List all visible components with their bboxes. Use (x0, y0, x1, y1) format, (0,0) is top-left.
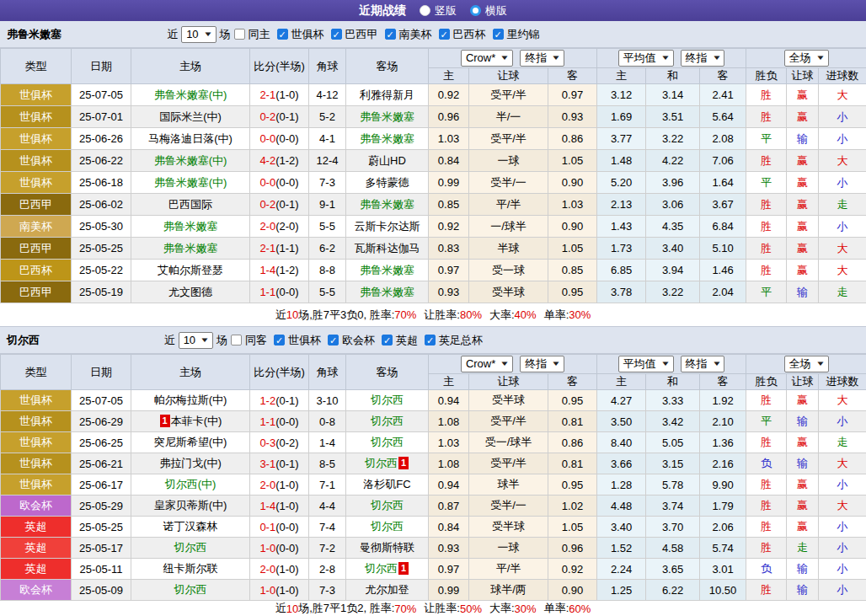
away-odds-cell: 0.81 (548, 411, 597, 432)
final-odds-select[interactable]: 终指▼ (520, 356, 564, 372)
table-row: 世俱杯25-07-01国际米兰(中)0-2(0-1)5-2弗鲁米嫩塞0.96半/… (1, 106, 866, 128)
away-odds-cell: 0.90 (548, 580, 597, 601)
col-header-home: 主场 (131, 49, 250, 84)
league-checkbox-3[interactable] (425, 335, 436, 345)
away-team-cell: 切尔西 (346, 517, 429, 538)
average-select[interactable]: 平均值▼ (618, 356, 674, 372)
avg-draw-cell: 3.22 (646, 281, 700, 303)
layout-radio-horizontal[interactable]: 横版 (470, 3, 507, 19)
avg-draw-cell: 4.58 (646, 538, 700, 559)
league-checkbox-0[interactable] (277, 29, 288, 40)
bookmaker-select[interactable]: Crow*▼ (461, 356, 513, 372)
same-home-checkbox[interactable] (234, 29, 245, 40)
col-header-goals: 进球数 (819, 374, 866, 390)
date-cell: 25-05-25 (72, 238, 131, 260)
avg-away-cell: 1.46 (700, 260, 746, 281)
avg-away-cell: 2.06 (700, 517, 746, 538)
league-type-cell: 世俱杯 (1, 432, 72, 453)
col-header-corner: 角球 (309, 49, 346, 84)
col-header-corner: 角球 (309, 355, 346, 390)
match-count-select[interactable]: 10▼ (181, 26, 216, 43)
handicap-cell: 平/半 (469, 559, 548, 580)
home-odds-cell: 1.03 (429, 128, 469, 150)
team-name: 蔚山HD (368, 154, 406, 167)
section-header-chelsea: 切尔西 近 10▼ 场 同客 世俱杯 欧会杯 英超 英足总杯 (0, 327, 866, 354)
away-team-cell: 曼彻斯特联 (346, 538, 429, 559)
average-select[interactable]: 平均值▼ (618, 50, 674, 67)
final-odds-select[interactable]: 终指▼ (520, 50, 564, 67)
league-checkbox-2[interactable] (385, 29, 396, 40)
bookmaker-select[interactable]: Crow*▼ (461, 50, 513, 67)
winloss-result-cell: 胜 (746, 495, 787, 517)
handicap-result-cell: 赢 (787, 474, 819, 495)
home-odds-cell: 0.99 (429, 580, 469, 601)
home-team-cell: 突尼斯希望(中) (131, 432, 250, 453)
league-checkbox-2[interactable] (382, 335, 393, 345)
corner-cell: 1-4 (309, 432, 346, 453)
home-odds-cell: 0.99 (429, 172, 469, 194)
home-team-cell: 纽卡斯尔联 (131, 559, 250, 580)
table-row: 世俱杯25-07-05帕尔梅拉斯(中)1-2(0-1)3-10切尔西0.94受半… (1, 390, 866, 411)
avg-home-cell: 1.25 (597, 580, 646, 601)
league-label: 巴西甲 (345, 27, 378, 42)
avg-home-cell: 2.24 (597, 559, 646, 580)
handicap-result-cell: 赢 (787, 432, 819, 453)
home-odds-cell: 0.84 (429, 517, 469, 538)
league-type-cell: 英超 (1, 538, 72, 559)
chevron-down-icon: ▼ (815, 357, 826, 371)
winloss-result-cell: 胜 (746, 238, 787, 260)
corner-cell: 8-5 (309, 453, 346, 474)
col-header-avg-away: 客 (700, 68, 746, 84)
league-checkbox-1[interactable] (331, 29, 342, 40)
avg-home-cell: 4.27 (597, 390, 646, 411)
team-name: 纽卡斯尔联 (163, 562, 218, 575)
corner-cell: 7-3 (309, 172, 346, 194)
full-match-select[interactable]: 全场▼ (784, 50, 829, 67)
date-cell: 25-06-22 (72, 150, 131, 172)
chevron-down-icon: ▼ (551, 51, 561, 65)
away-odds-cell: 0.92 (548, 559, 597, 580)
home-team-cell: 皇家贝蒂斯(中) (131, 495, 250, 517)
avg-away-cell: 2.16 (700, 453, 746, 474)
fluminense-results-table: 类型 日期 主场 比分(半场) 角球 客场 Crow*▼ 终指▼ 平均值▼ 终指… (0, 48, 866, 303)
full-match-select[interactable]: 全场▼ (784, 356, 829, 372)
team-name: 瓦斯科达伽马 (355, 242, 420, 254)
home-odds-cell: 0.92 (429, 84, 469, 106)
league-label: 南美杯 (399, 27, 432, 42)
final-odds-select2[interactable]: 终指▼ (681, 356, 725, 372)
col-header-score: 比分(半场) (250, 355, 309, 390)
goals-result-cell: 走 (819, 281, 866, 303)
same-away-checkbox[interactable] (231, 335, 242, 345)
team-name: 弗鲁米嫩塞(中) (154, 154, 227, 167)
avg-draw-cell: 6.22 (646, 580, 700, 601)
match-count-select[interactable]: 10▼ (179, 332, 213, 349)
full-score: 1-0 (259, 542, 275, 554)
away-odds-cell: 0.96 (548, 538, 597, 559)
score-cell: 0-1(0-0) (250, 517, 309, 538)
home-team-cell: 马梅洛迪日落(中) (131, 128, 250, 150)
winloss-result-cell: 胜 (746, 194, 787, 216)
home-odds-cell: 1.08 (429, 411, 469, 432)
table-row: 巴西甲25-06-02巴西国际0-2(0-1)9-1弗鲁米嫩塞0.85平/半1.… (1, 194, 866, 216)
handicap-cell: 受平/半 (469, 84, 548, 106)
handicap-cell: 球半/两 (469, 580, 548, 601)
final-odds-select2[interactable]: 终指▼ (681, 50, 725, 67)
radio-vertical-icon[interactable] (420, 5, 430, 16)
league-checkbox-0[interactable] (274, 335, 285, 345)
league-type-cell: 世俱杯 (1, 128, 72, 150)
league-checkbox-1[interactable] (328, 335, 339, 345)
league-checkbox-3[interactable] (439, 29, 450, 40)
col-header-home: 主场 (131, 355, 250, 390)
layout-radio-vertical[interactable]: 竖版 (420, 3, 457, 19)
away-odds-cell: 0.85 (548, 260, 597, 281)
score-cell: 0-0(0-0) (250, 128, 309, 150)
team-name: 洛杉矶FC (363, 478, 410, 490)
corner-cell: 9-1 (309, 194, 346, 216)
handicap-result-cell: 赢 (787, 495, 819, 517)
winloss-result-cell: 平 (746, 281, 787, 303)
corner-cell: 5-5 (309, 281, 346, 303)
team-name: 尤尔加登 (366, 583, 409, 596)
league-checkbox-4[interactable] (493, 29, 504, 40)
radio-horizontal-icon[interactable] (470, 5, 481, 16)
goals-result-cell: 大 (819, 453, 866, 474)
